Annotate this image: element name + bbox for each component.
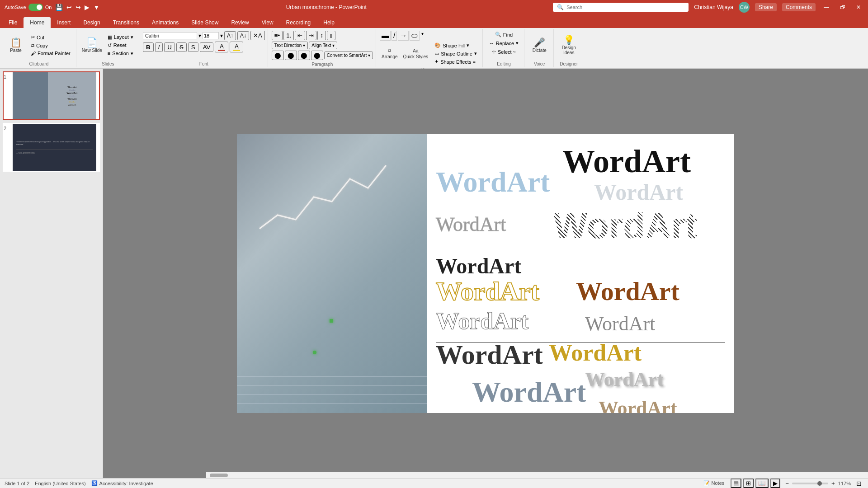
slide-sorter-button[interactable]: ⊞ xyxy=(743,479,754,488)
shape-outline-button[interactable]: ▭ Shape Outline ▾ xyxy=(432,50,480,57)
fit-slide-button[interactable]: ⊡ xyxy=(854,479,863,488)
align-center-button[interactable]: ⬤ xyxy=(285,51,297,60)
rect-icon[interactable]: ▬ xyxy=(380,31,391,41)
dictate-button[interactable]: 🎤 Dictate xyxy=(528,37,551,54)
design-ideas-button[interactable]: 💡 DesignIdeas xyxy=(557,34,580,56)
autosave-toggle[interactable] xyxy=(28,4,43,11)
font-size-input[interactable] xyxy=(203,32,219,39)
chart-line-svg xyxy=(250,152,404,242)
reading-view-button[interactable]: 📖 xyxy=(755,479,769,488)
numbered-list-button[interactable]: 1. xyxy=(283,31,294,40)
customize-icon[interactable]: ▼ xyxy=(93,4,99,11)
tab-view[interactable]: View xyxy=(255,17,280,28)
present-icon[interactable]: ▶ xyxy=(85,4,90,11)
zoom-slider[interactable] xyxy=(792,483,828,484)
canvas-area[interactable]: WordArt WordArt WordArt WordArt WordArt … xyxy=(103,69,868,478)
line-spacing-button[interactable]: ↕ xyxy=(317,31,326,40)
highlight-button[interactable]: A xyxy=(230,42,243,52)
tab-recording[interactable]: Recording xyxy=(280,17,317,28)
h-scrollbar[interactable] xyxy=(206,472,868,478)
copy-button[interactable]: ⧉ Copy xyxy=(28,42,73,49)
slideshow-button[interactable]: ▶ xyxy=(770,479,780,488)
replace-button[interactable]: ↔ Replace ▾ xyxy=(486,39,521,47)
cut-button[interactable]: ✂ Cut xyxy=(28,33,73,41)
slide-thumb-1[interactable]: 1 WordArt WordArt WordArt WordArt WordAr… xyxy=(3,71,100,120)
search-input[interactable] xyxy=(566,5,684,10)
tab-design[interactable]: Design xyxy=(77,17,106,28)
bold-button[interactable]: B xyxy=(143,42,154,52)
redo-icon[interactable]: ↪ xyxy=(75,4,81,11)
align-text-button[interactable]: Align Text ▾ xyxy=(309,42,337,49)
tab-slideshow[interactable]: Slide Show xyxy=(185,17,225,28)
arrange-button[interactable]: ⧉ Arrange xyxy=(380,47,400,60)
align-left-button[interactable]: ⬤ xyxy=(272,51,284,60)
tab-file[interactable]: File xyxy=(2,17,24,28)
slide-thumb-2[interactable]: 2 Your best quote that reflects your app… xyxy=(3,123,100,172)
strikethrough-button[interactable]: S xyxy=(176,42,187,52)
avatar[interactable]: CW xyxy=(739,2,750,13)
tab-review[interactable]: Review xyxy=(225,17,255,28)
increase-font-button[interactable]: A↑ xyxy=(224,31,236,40)
zoom-in-button[interactable]: + xyxy=(830,480,836,487)
font-color-button[interactable]: A xyxy=(215,42,228,52)
shapes-row: ▬ / → ⬭ ▾ xyxy=(380,31,425,41)
convert-smartart-button[interactable]: Convert to SmartArt ▾ xyxy=(324,52,373,59)
font-name-chevron[interactable]: ▾ xyxy=(198,33,201,39)
char-spacing-button[interactable]: AV xyxy=(200,42,214,52)
oval-icon[interactable]: ⬭ xyxy=(410,31,420,41)
comments-button[interactable]: Comments xyxy=(782,3,816,11)
align-right-button[interactable]: ⬤ xyxy=(298,51,310,60)
italic-button[interactable]: I xyxy=(155,42,163,52)
reset-button[interactable]: ↺ Reset xyxy=(105,42,136,49)
undo-icon[interactable]: ↩ xyxy=(66,4,72,11)
tab-home[interactable]: Home xyxy=(24,17,51,28)
tab-insert[interactable]: Insert xyxy=(51,17,77,28)
stair-background xyxy=(237,134,427,413)
share-button[interactable]: Share xyxy=(755,3,777,11)
justify-button[interactable]: ⬤ xyxy=(311,51,323,60)
shape-effects-button[interactable]: ✦ Shape Effects = xyxy=(432,58,480,66)
restore-button[interactable]: 🗗 xyxy=(837,3,848,11)
font-name-input[interactable] xyxy=(143,32,197,39)
text-direction-button[interactable]: Text Direction ▾ xyxy=(272,42,308,49)
normal-view-button[interactable]: ▤ xyxy=(731,479,741,488)
editing-group: 🔍 Find ↔ Replace ▾ ⊹ Select ~ Editing xyxy=(484,29,524,67)
select-button[interactable]: ⊹ Select ~ xyxy=(489,48,519,56)
section-icon: ≡ xyxy=(108,51,110,56)
h-scroll-thumb[interactable] xyxy=(210,474,228,477)
new-slide-button[interactable]: 📄 New Slide xyxy=(80,37,104,54)
shapes-more-icon[interactable]: ▾ xyxy=(420,31,425,41)
wordart-4: WordArt xyxy=(436,213,506,236)
tab-transitions[interactable]: Transitions xyxy=(107,17,146,28)
format-painter-button[interactable]: 🖌 Format Painter xyxy=(28,50,73,57)
clear-format-button[interactable]: ✕A xyxy=(250,31,265,40)
quick-styles-button[interactable]: Aa Quick Styles xyxy=(401,47,430,60)
drawing-row2: ⧉ Arrange Aa Quick Styles 🎨 Shape Fill ▾… xyxy=(380,42,480,66)
close-button[interactable]: ✕ xyxy=(854,3,863,11)
new-slide-icon: 📄 xyxy=(86,38,98,47)
search-bar[interactable]: 🔍 xyxy=(553,3,689,12)
line-icon[interactable]: / xyxy=(392,31,397,41)
font-size-chevron[interactable]: ▾ xyxy=(220,33,223,39)
bullet-list-button[interactable]: ≡• xyxy=(272,31,283,40)
notes-button[interactable]: 📝 Notes xyxy=(701,480,727,487)
copy-icon: ⧉ xyxy=(31,42,34,48)
find-button[interactable]: 🔍 Find xyxy=(492,31,515,38)
layout-button[interactable]: ▦ Layout ▾ xyxy=(105,33,136,41)
save-icon[interactable]: 💾 xyxy=(55,4,63,11)
decrease-font-button[interactable]: A↓ xyxy=(237,31,249,40)
tab-help[interactable]: Help xyxy=(317,17,341,28)
arrow-icon[interactable]: → xyxy=(398,31,409,41)
replace-chevron: ▾ xyxy=(516,40,519,46)
paste-button[interactable]: 📋 Paste xyxy=(5,37,27,54)
zoom-out-button[interactable]: − xyxy=(784,480,790,487)
shadow-button[interactable]: S xyxy=(188,42,198,52)
minimize-button[interactable]: — xyxy=(821,3,832,11)
columns-button[interactable]: ⫿ xyxy=(327,31,335,40)
tab-animations[interactable]: Animations xyxy=(146,17,185,28)
underline-button[interactable]: U xyxy=(164,42,175,52)
section-button[interactable]: ≡ Section ▾ xyxy=(105,50,136,57)
shape-fill-button[interactable]: 🎨 Shape Fill ▾ xyxy=(432,42,480,49)
increase-indent-button[interactable]: ⇥ xyxy=(306,31,316,40)
decrease-indent-button[interactable]: ⇤ xyxy=(295,31,305,40)
